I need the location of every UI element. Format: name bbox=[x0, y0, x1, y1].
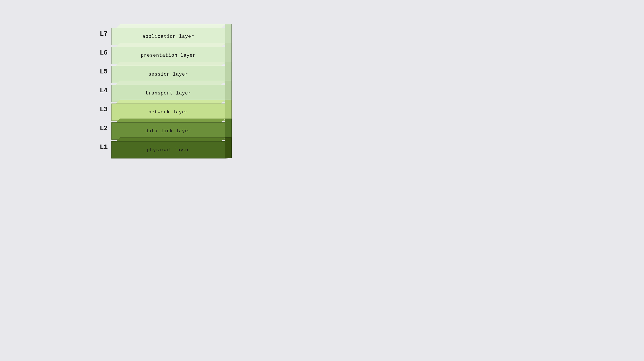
layer-front-l5: session layer bbox=[112, 66, 225, 83]
layer-row-l5: L5 session layer bbox=[90, 62, 232, 81]
layer-label-l2: L2 bbox=[90, 124, 108, 132]
layer-right-l6 bbox=[225, 43, 232, 64]
layer-top-l5 bbox=[116, 62, 225, 66]
layer-right-l7 bbox=[225, 24, 232, 45]
layer-top-l2 bbox=[116, 119, 225, 123]
layer-top-l6 bbox=[116, 43, 225, 47]
layer-label-l6: L6 bbox=[90, 49, 108, 57]
layer-right-l2 bbox=[225, 119, 232, 140]
layer-top-l1 bbox=[116, 137, 225, 142]
layer-label-l5: L5 bbox=[90, 68, 108, 76]
layer-right-l3 bbox=[225, 100, 232, 121]
layer-front-l4: transport layer bbox=[112, 85, 225, 102]
layer-front-l1: physical layer bbox=[112, 141, 225, 159]
layer-row-l6: L6 presentation layer bbox=[90, 43, 232, 62]
layer-top-l3 bbox=[116, 100, 225, 104]
layer-row-l3: L3 network layer bbox=[90, 100, 232, 119]
layer-front-l2: data link layer bbox=[112, 122, 225, 140]
layer-label-l4: L4 bbox=[90, 87, 108, 95]
layer-box-l5: session layer bbox=[112, 62, 232, 81]
layer-front-l7: application layer bbox=[112, 28, 225, 45]
layer-front-l3: network layer bbox=[112, 104, 225, 121]
layer-box-l4: transport layer bbox=[112, 81, 232, 100]
osi-model-diagram: L7 application layer L6 presentation lay… bbox=[90, 24, 232, 156]
layer-box-l1: physical layer bbox=[112, 137, 232, 157]
layer-right-l4 bbox=[225, 81, 232, 102]
layer-box-l2: data link layer bbox=[112, 119, 232, 138]
layer-box-l7: application layer bbox=[112, 24, 232, 43]
layer-right-l1 bbox=[225, 137, 232, 159]
layer-box-l3: network layer bbox=[112, 100, 232, 119]
layer-label-l3: L3 bbox=[90, 105, 108, 113]
layer-top-l7 bbox=[116, 24, 225, 28]
layer-box-l6: presentation layer bbox=[112, 43, 232, 62]
layer-row-l7: L7 application layer bbox=[90, 24, 232, 43]
layer-top-l4 bbox=[116, 81, 225, 85]
layer-label-l1: L1 bbox=[90, 143, 108, 151]
layer-label-l7: L7 bbox=[90, 30, 108, 38]
layer-row-l1: L1 physical layer bbox=[90, 137, 232, 157]
layer-front-l6: presentation layer bbox=[112, 47, 225, 64]
layer-right-l5 bbox=[225, 62, 232, 83]
layer-row-l4: L4 transport layer bbox=[90, 81, 232, 100]
layer-row-l2: L2 data link layer bbox=[90, 119, 232, 138]
